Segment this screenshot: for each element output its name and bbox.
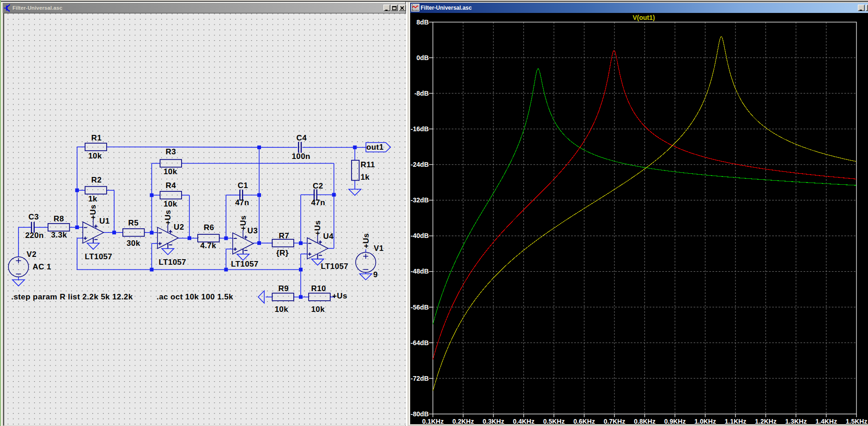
svg-text:0.8KHz: 0.8KHz bbox=[634, 417, 656, 424]
svg-text:47n: 47n bbox=[235, 198, 249, 207]
svg-text:-56dB: -56dB bbox=[411, 303, 429, 310]
svg-text:-72dB: -72dB bbox=[411, 374, 429, 382]
svg-text:R1: R1 bbox=[91, 134, 102, 142]
svg-text:1k: 1k bbox=[360, 173, 370, 182]
svg-text:0.9KHz: 0.9KHz bbox=[664, 417, 686, 424]
svg-text:U4: U4 bbox=[323, 232, 334, 241]
svg-text:out1: out1 bbox=[366, 143, 383, 152]
svg-text:+Us: +Us bbox=[362, 233, 370, 248]
svg-text:47n: 47n bbox=[311, 198, 325, 207]
svg-text:+Us: +Us bbox=[89, 204, 97, 219]
svg-text:0.3KHz: 0.3KHz bbox=[482, 417, 504, 424]
svg-text:0dB: 0dB bbox=[416, 54, 428, 61]
svg-text:1.3KHz: 1.3KHz bbox=[785, 417, 807, 424]
svg-text:220n: 220n bbox=[25, 231, 43, 240]
svg-text:0.4KHz: 0.4KHz bbox=[513, 417, 534, 424]
svg-text:C4: C4 bbox=[296, 134, 307, 142]
svg-text:-80dB: -80dB bbox=[411, 410, 429, 417]
svg-text:0.1KHz: 0.1KHz bbox=[422, 417, 443, 424]
svg-text:9: 9 bbox=[373, 270, 378, 279]
svg-text:R4: R4 bbox=[165, 181, 176, 190]
svg-text:R8: R8 bbox=[54, 214, 64, 223]
svg-text:R10: R10 bbox=[311, 284, 326, 293]
svg-text:U3: U3 bbox=[247, 226, 258, 235]
svg-text:8dB: 8dB bbox=[416, 18, 428, 25]
svg-text:3.3k: 3.3k bbox=[51, 231, 67, 239]
svg-text:U1: U1 bbox=[99, 217, 110, 225]
svg-text:LT1057: LT1057 bbox=[231, 260, 259, 268]
svg-text:30k: 30k bbox=[127, 239, 140, 248]
svg-text:100n: 100n bbox=[291, 152, 310, 161]
svg-text:R5: R5 bbox=[128, 219, 139, 227]
svg-text:LT1057: LT1057 bbox=[321, 262, 348, 271]
svg-text:LT1057: LT1057 bbox=[85, 252, 112, 261]
svg-text:-32dB: -32dB bbox=[411, 196, 429, 204]
svg-text:0.5KHz: 0.5KHz bbox=[543, 417, 565, 424]
svg-text:AC 1: AC 1 bbox=[32, 262, 51, 271]
svg-text:+Us: +Us bbox=[332, 292, 347, 300]
svg-text:V(out1): V(out1) bbox=[632, 14, 655, 21]
svg-text:+Us: +Us bbox=[163, 210, 172, 225]
svg-text:R11: R11 bbox=[360, 160, 375, 169]
svg-text:C1: C1 bbox=[237, 181, 248, 190]
svg-text:R2: R2 bbox=[91, 176, 102, 184]
svg-text:1.5KHz: 1.5KHz bbox=[845, 417, 867, 424]
svg-text:10k: 10k bbox=[164, 200, 177, 208]
svg-text:.ac oct 10k 100 1.5k: .ac oct 10k 100 1.5k bbox=[157, 292, 233, 301]
svg-text:10k: 10k bbox=[164, 167, 177, 176]
svg-text:+Us: +Us bbox=[313, 220, 322, 236]
svg-text:10k: 10k bbox=[274, 305, 288, 314]
svg-text:10k: 10k bbox=[311, 305, 325, 314]
svg-text:0.6KHz: 0.6KHz bbox=[573, 417, 595, 424]
svg-text:U2: U2 bbox=[174, 223, 184, 231]
svg-text:-40dB: -40dB bbox=[411, 232, 429, 239]
svg-text:10k: 10k bbox=[88, 152, 102, 160]
svg-text:-16dB: -16dB bbox=[411, 125, 429, 132]
svg-text:1.0KHz: 1.0KHz bbox=[694, 417, 716, 424]
svg-text:-64dB: -64dB bbox=[411, 339, 429, 346]
svg-text:C3: C3 bbox=[28, 213, 39, 221]
svg-text:1k: 1k bbox=[88, 195, 97, 203]
svg-text:+Us: +Us bbox=[238, 215, 247, 231]
svg-text:R7: R7 bbox=[279, 231, 289, 240]
svg-text:V1: V1 bbox=[374, 244, 384, 253]
svg-text:C2: C2 bbox=[313, 182, 323, 190]
svg-text:{R}: {R} bbox=[276, 249, 289, 257]
svg-text:.step param R list 2.2k 5k 12.: .step param R list 2.2k 5k 12.2k bbox=[11, 292, 133, 301]
svg-text:1.4KHz: 1.4KHz bbox=[815, 417, 837, 424]
svg-text:R3: R3 bbox=[165, 147, 176, 156]
svg-text:-48dB: -48dB bbox=[411, 268, 429, 275]
svg-text:-24dB: -24dB bbox=[411, 161, 429, 168]
svg-text:1.1KHz: 1.1KHz bbox=[724, 417, 746, 424]
svg-text:-8dB: -8dB bbox=[414, 89, 428, 97]
svg-text:0.2KHz: 0.2KHz bbox=[452, 417, 474, 424]
svg-text:4.7k: 4.7k bbox=[200, 241, 216, 250]
svg-text:0.7KHz: 0.7KHz bbox=[603, 417, 625, 424]
svg-text:R6: R6 bbox=[204, 223, 214, 232]
svg-text:V2: V2 bbox=[26, 250, 36, 259]
svg-text:1.2KHz: 1.2KHz bbox=[755, 417, 777, 424]
svg-text:LT1057: LT1057 bbox=[158, 258, 186, 267]
svg-text:R9: R9 bbox=[278, 284, 289, 293]
